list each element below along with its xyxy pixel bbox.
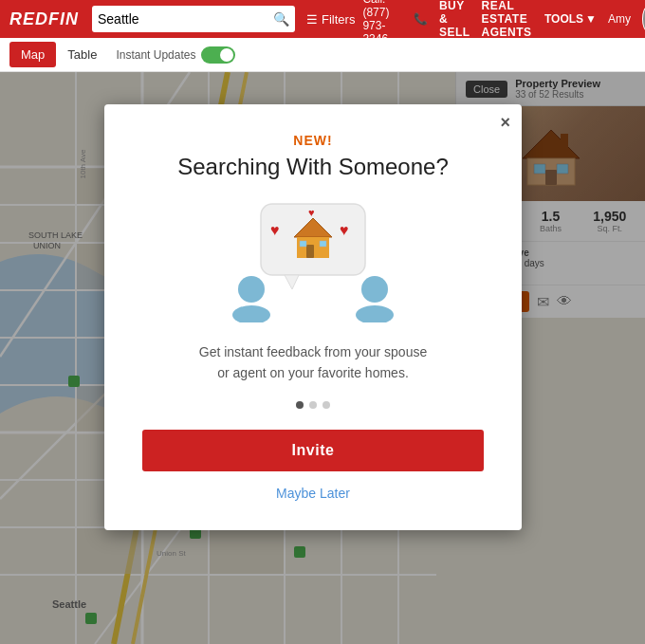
filters-label: Filters bbox=[322, 12, 355, 27]
modal-illustration: ♥ ♥ ♥ bbox=[209, 199, 417, 322]
phone-icon: 📞 bbox=[414, 12, 428, 26]
svg-rect-63 bbox=[320, 241, 326, 247]
search-button[interactable]: 🔍 bbox=[273, 11, 289, 27]
app-header: REDFIN 🔍 ☰ Filters Call: (877) 973-3346 … bbox=[0, 0, 645, 38]
user-name: Amy bbox=[608, 12, 631, 26]
modal-dialog: × NEW! Searching With Someone? ♥ ♥ ♥ bbox=[104, 104, 522, 530]
svg-text:♥: ♥ bbox=[340, 222, 349, 238]
tab-table[interactable]: Table bbox=[56, 42, 108, 67]
subheader: Map Table Instant Updates bbox=[0, 38, 645, 72]
chevron-down-icon: ▼ bbox=[585, 12, 597, 26]
svg-rect-61 bbox=[306, 245, 314, 258]
search-box[interactable]: 🔍 bbox=[92, 6, 295, 32]
instant-updates-label: Instant Updates bbox=[116, 48, 195, 62]
modal-title: Searching With Someone? bbox=[142, 154, 484, 180]
agents-link[interactable]: REAL ESTATE AGENTS bbox=[482, 0, 533, 39]
tools-button[interactable]: TOOLS ▼ bbox=[544, 12, 597, 26]
tab-map[interactable]: Map bbox=[9, 42, 56, 67]
buy-sell-link[interactable]: BUY & SELL bbox=[439, 0, 470, 39]
search-input[interactable] bbox=[98, 11, 273, 27]
filters-icon: ☰ bbox=[306, 12, 318, 27]
instant-updates-toggle[interactable]: Instant Updates bbox=[116, 46, 235, 64]
pagination-dots bbox=[142, 401, 484, 409]
redfin-logo: REDFIN bbox=[9, 9, 79, 29]
svg-point-68 bbox=[232, 305, 270, 322]
modal-description: Get instant feedback from your spouse or… bbox=[142, 341, 484, 384]
svg-point-69 bbox=[361, 276, 388, 303]
dot-1 bbox=[296, 401, 304, 409]
invite-button[interactable]: Invite bbox=[142, 430, 484, 471]
toggle-switch[interactable] bbox=[201, 46, 235, 64]
modal-close-button[interactable]: × bbox=[500, 114, 510, 131]
new-badge: NEW! bbox=[142, 133, 484, 148]
maybe-later-link[interactable]: Maybe Later bbox=[276, 486, 350, 501]
dot-3 bbox=[322, 401, 330, 409]
svg-text:♥: ♥ bbox=[308, 207, 315, 218]
filters-button[interactable]: ☰ Filters bbox=[306, 12, 355, 27]
svg-point-67 bbox=[238, 276, 265, 303]
dot-2 bbox=[309, 401, 317, 409]
svg-marker-58 bbox=[285, 275, 299, 289]
svg-rect-62 bbox=[300, 241, 306, 247]
toggle-knob bbox=[220, 48, 233, 62]
svg-point-70 bbox=[356, 305, 394, 322]
svg-text:♥: ♥ bbox=[270, 222, 280, 238]
